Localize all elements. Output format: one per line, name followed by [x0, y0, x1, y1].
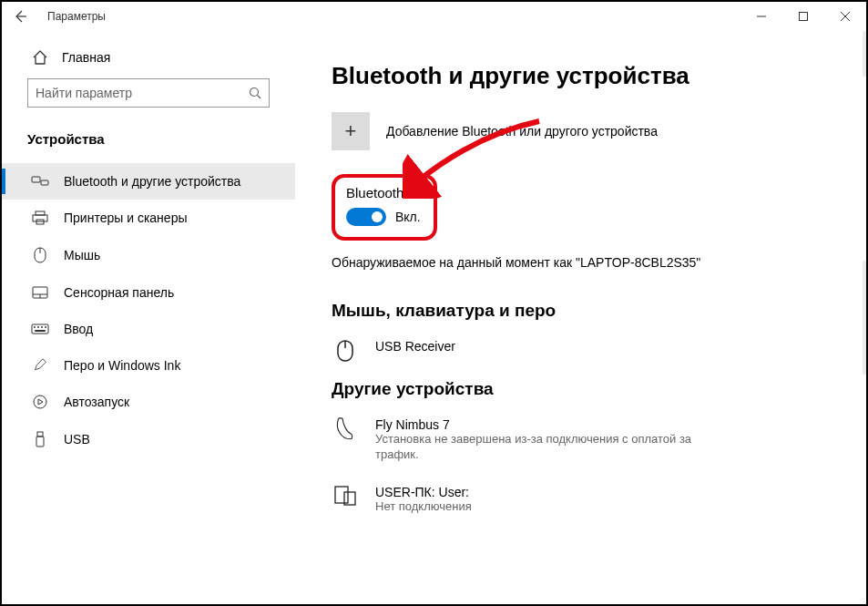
- search-box[interactable]: [27, 78, 270, 108]
- sidebar-item-touchpad[interactable]: Сенсорная панель: [2, 274, 295, 311]
- search-input[interactable]: [36, 86, 249, 100]
- minimize-button[interactable]: [740, 2, 782, 31]
- discoverable-text: Обнаруживаемое на данный момент как "LAP…: [332, 255, 848, 270]
- bluetooth-toggle[interactable]: [346, 208, 386, 226]
- svg-rect-25: [36, 437, 44, 447]
- section-other-devices: Другие устройства: [332, 379, 848, 399]
- window-title: Параметры: [47, 10, 106, 23]
- main-content: Bluetooth и другие устройства + Добавлен…: [295, 31, 866, 604]
- svg-rect-9: [36, 211, 45, 215]
- sidebar-item-bluetooth[interactable]: Bluetooth и другие устройства: [2, 163, 295, 200]
- svg-rect-24: [37, 432, 43, 437]
- settings-window: Параметры Главная: [0, 0, 868, 606]
- sidebar-item-typing[interactable]: Ввод: [2, 311, 295, 347]
- keyboard-icon: [31, 324, 49, 334]
- device-fly-nimbus[interactable]: Fly Nimbus 7 Установка не завершена из-з…: [332, 412, 848, 479]
- sidebar-item-label: Принтеры и сканеры: [64, 211, 187, 225]
- sidebar-item-label: Перо и Windows Ink: [64, 358, 180, 373]
- device-name: USB Receiver: [375, 339, 455, 354]
- svg-rect-28: [335, 487, 348, 503]
- titlebar: Параметры: [2, 2, 866, 31]
- sidebar-item-mouse[interactable]: Мышь: [2, 236, 295, 274]
- page-title: Bluetooth и другие устройства: [332, 62, 848, 90]
- phone-icon: [332, 417, 359, 443]
- window-controls: [740, 2, 866, 31]
- bluetooth-highlight: Bluetooth Вкл.: [332, 174, 437, 241]
- section-mouse-kb-pen: Мышь, клавиатура и перо: [332, 301, 848, 321]
- sidebar-item-label: Мышь: [64, 248, 100, 262]
- device-name: Fly Nimbus 7: [375, 417, 703, 432]
- svg-rect-8: [41, 180, 48, 185]
- search-icon: [249, 87, 261, 99]
- bluetooth-section-label: Bluetooth: [346, 185, 421, 200]
- sidebar-item-label: USB: [64, 432, 90, 447]
- svg-line-6: [258, 96, 261, 99]
- home-icon: [31, 49, 49, 66]
- nav-list: Bluetooth и другие устройства Принтеры и…: [2, 163, 295, 458]
- maximize-button[interactable]: [782, 2, 824, 31]
- svg-rect-10: [33, 215, 47, 221]
- device-subtext: Установка не завершена из-за подключения…: [375, 432, 703, 463]
- mouse-icon: [31, 247, 49, 263]
- usb-icon: [31, 431, 49, 447]
- sidebar-item-label: Автозапуск: [64, 395, 129, 409]
- svg-rect-2: [800, 13, 808, 21]
- device-usb-receiver[interactable]: USB Receiver: [332, 334, 848, 379]
- plus-icon: +: [332, 112, 370, 150]
- svg-point-23: [34, 395, 46, 408]
- close-button[interactable]: [824, 2, 866, 31]
- printer-icon: [31, 211, 49, 225]
- category-label: Устройства: [2, 115, 295, 156]
- mouse-icon: [332, 339, 359, 363]
- sidebar-item-autoplay[interactable]: Автозапуск: [2, 384, 295, 420]
- bluetooth-state-label: Вкл.: [395, 210, 421, 224]
- device-name: USER-ПК: User:: [375, 485, 472, 499]
- bluetooth-devices-icon: [31, 174, 49, 189]
- sidebar: Главная Устройства Bluetooth и другие ус…: [2, 31, 295, 604]
- sidebar-item-printers[interactable]: Принтеры и сканеры: [2, 200, 295, 236]
- add-device-label: Добавление Bluetooth или другого устройс…: [386, 124, 658, 139]
- sidebar-item-pen[interactable]: Перо и Windows Ink: [2, 347, 295, 384]
- device-subtext: Нет подключения: [375, 499, 472, 515]
- back-button[interactable]: [13, 9, 35, 24]
- svg-rect-7: [32, 177, 40, 182]
- pc-icon: [332, 485, 359, 507]
- sidebar-item-label: Bluetooth и другие устройства: [64, 174, 240, 189]
- svg-point-5: [250, 88, 259, 97]
- device-user-pc[interactable]: USER-ПК: User: Нет подключения: [332, 479, 848, 531]
- touchpad-icon: [31, 286, 49, 299]
- svg-rect-17: [32, 324, 48, 334]
- add-device-button[interactable]: + Добавление Bluetooth или другого устро…: [332, 112, 848, 150]
- autoplay-icon: [31, 395, 49, 409]
- sidebar-item-usb[interactable]: USB: [2, 420, 295, 458]
- sidebar-item-label: Ввод: [64, 322, 93, 336]
- scrollbar[interactable]: [863, 31, 866, 604]
- pen-icon: [31, 358, 49, 373]
- sidebar-item-label: Сенсорная панель: [64, 285, 174, 300]
- home-label: Главная: [62, 50, 110, 65]
- home-button[interactable]: Главная: [2, 40, 295, 75]
